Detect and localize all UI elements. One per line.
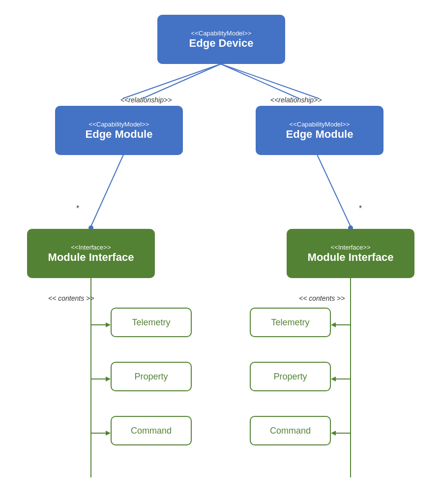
svg-line-0 (123, 64, 221, 98)
svg-marker-19 (331, 377, 336, 381)
multiplicity-right: * (359, 204, 362, 213)
property-left-label: Property (134, 372, 168, 382)
telemetry-left-box: Telemetry (111, 308, 192, 337)
edge-module-left-node: <<CapabilityModel>> Edge Module (55, 106, 183, 155)
telemetry-right-box: Telemetry (250, 308, 331, 337)
relationship-label-right: <<relationship>> (270, 96, 322, 104)
command-right-label: Command (270, 426, 311, 436)
svg-line-6 (316, 153, 351, 226)
svg-marker-12 (106, 377, 111, 381)
command-left-label: Command (131, 426, 172, 436)
module-interface-left-stereotype: <<Interface>> (71, 244, 111, 251)
edge-device-stereotype: <<CapabilityModel>> (191, 30, 252, 37)
edge-module-right-stereotype: <<CapabilityModel>> (290, 121, 350, 128)
svg-marker-21 (331, 431, 336, 436)
telemetry-left-label: Telemetry (132, 317, 170, 328)
svg-line-1 (143, 64, 221, 98)
edge-module-left-title: Edge Module (86, 128, 153, 141)
module-interface-left-node: <<Interface>> Module Interface (27, 229, 155, 278)
edge-module-right-node: <<CapabilityModel>> Edge Module (256, 106, 383, 155)
command-right-box: Command (250, 416, 331, 445)
contents-label-right: << contents >> (299, 294, 345, 302)
svg-marker-17 (331, 322, 336, 327)
property-right-label: Property (273, 372, 307, 382)
svg-line-2 (221, 64, 299, 98)
multiplicity-left: * (76, 204, 79, 213)
module-interface-left-title: Module Interface (48, 251, 134, 264)
relationship-label-left: <<relationship>> (120, 96, 172, 104)
svg-marker-10 (106, 322, 111, 327)
contents-label-left: << contents >> (48, 294, 94, 302)
module-interface-right-stereotype: <<Interface>> (331, 244, 371, 251)
command-left-box: Command (111, 416, 192, 445)
edge-device-node: <<CapabilityModel>> Edge Device (157, 15, 285, 64)
edge-module-right-title: Edge Module (286, 128, 354, 141)
diagram-container: <<CapabilityModel>> Edge Device <<relati… (0, 0, 442, 504)
edge-device-title: Edge Device (189, 37, 254, 50)
svg-line-4 (91, 153, 124, 226)
svg-line-3 (221, 64, 319, 98)
telemetry-right-label: Telemetry (271, 317, 309, 328)
property-left-box: Property (111, 362, 192, 391)
svg-marker-14 (106, 431, 111, 436)
edge-module-left-stereotype: <<CapabilityModel>> (89, 121, 149, 128)
property-right-box: Property (250, 362, 331, 391)
module-interface-right-title: Module Interface (308, 251, 394, 264)
module-interface-right-node: <<Interface>> Module Interface (287, 229, 414, 278)
